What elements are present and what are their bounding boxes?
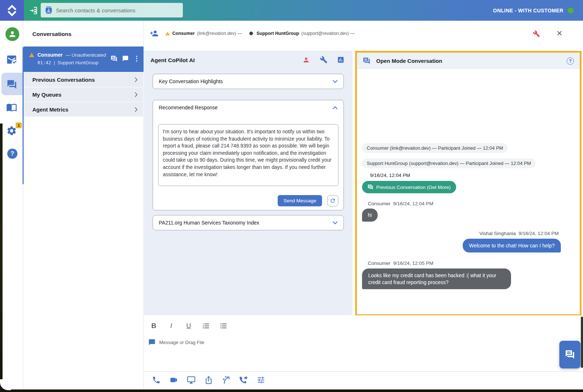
chat-help-icon[interactable]: ? xyxy=(567,57,574,65)
top-bar: Search contacts & conversations ONLINE -… xyxy=(0,0,583,21)
chat-title: Open Mode Conversation xyxy=(376,58,442,64)
chevron-down-icon[interactable] xyxy=(333,221,338,225)
chevron-up-icon[interactable] xyxy=(333,106,338,109)
previous-conversation-label: Previous Conversation (Get More) xyxy=(376,185,451,190)
response-label: Recommended Response xyxy=(159,105,218,110)
chat-bubble-icon[interactable] xyxy=(122,55,129,62)
participant-name[interactable]: Consumer xyxy=(172,31,195,36)
troubleshoot-wrench-icon[interactable] xyxy=(533,30,540,37)
search-input[interactable]: Search contacts & conversations xyxy=(41,3,183,17)
conversation-history-icon xyxy=(367,184,373,190)
inbox-check-icon[interactable] xyxy=(6,54,17,65)
copilot-title: Agent CoPilot AI xyxy=(150,57,195,64)
section-previous-conversations[interactable]: Previous Conversations xyxy=(24,72,144,87)
agent-status[interactable]: ONLINE - WITH CUSTOMER xyxy=(493,0,574,21)
open-chat-fab[interactable] xyxy=(559,341,580,368)
section-agent-metrics[interactable]: Agent Metrics xyxy=(24,102,144,117)
response-textarea[interactable]: I'm sorry to hear about your situation. … xyxy=(158,124,338,186)
participants-line: Consumer (link@revation.dev) — Support H… xyxy=(165,31,355,36)
copilot-panel: Agent CoPilot AI Key Conversation Highli… xyxy=(144,51,353,315)
message-placeholder: Message or Drag File xyxy=(159,340,204,345)
numbered-list-icon[interactable] xyxy=(202,322,210,330)
settings-notification-badge: 1 xyxy=(16,122,22,128)
call-transfer-icon[interactable] xyxy=(239,376,248,384)
system-event: Consumer (link@revation.dev) — Participa… xyxy=(362,143,508,153)
more-options-icon[interactable]: ⋮ xyxy=(133,54,140,62)
desktop-edge xyxy=(581,317,583,368)
search-placeholder: Search contacts & conversations xyxy=(56,7,135,13)
metrics-chart-icon[interactable] xyxy=(337,56,345,64)
knowledge-book-icon[interactable] xyxy=(6,102,17,113)
section-label: Agent Metrics xyxy=(32,106,68,113)
previous-conversation-button[interactable]: Previous Conversation (Get More) xyxy=(362,181,456,193)
chevron-right-icon xyxy=(134,77,138,82)
message-input[interactable]: Message or Drag File xyxy=(148,339,204,346)
window-corner xyxy=(0,379,11,390)
profile-avatar[interactable] xyxy=(5,27,19,41)
chat-message-outgoing: Welcome to the chat! How can I help? xyxy=(463,239,561,252)
share-upload-icon[interactable] xyxy=(204,376,213,384)
open-mode-chat-icon[interactable] xyxy=(110,55,117,62)
message-time: 9/16/24, 12:04 PM xyxy=(519,231,559,236)
recommended-response-accordion: Recommended Response I'm sorry to hear a… xyxy=(153,100,344,210)
message-meta: Vishal Singhania 9/16/24, 12:04 PM xyxy=(479,231,559,236)
phone-call-icon[interactable] xyxy=(152,376,161,384)
conversation-timer: 01:42 xyxy=(37,60,51,65)
remove-person-icon[interactable] xyxy=(303,56,310,64)
conversations-panel: Conversations Consumer — Unauthenticated… xyxy=(24,21,144,389)
refresh-response-button[interactable] xyxy=(327,195,338,206)
app-window: Search contacts & conversations ONLINE -… xyxy=(0,0,583,389)
message-meta: Consumer 9/16/24, 12:04 PM xyxy=(368,201,433,206)
conversations-icon[interactable] xyxy=(6,79,17,90)
message-author: Vishal Singhania xyxy=(479,231,516,236)
conversation-mode-icon xyxy=(363,57,370,65)
warning-icon xyxy=(165,31,170,36)
format-toolbar: B I U xyxy=(150,322,228,330)
bold-button[interactable]: B xyxy=(150,322,158,330)
conversation-item-active[interactable]: Consumer — Unauthenticated 01:42 | Suppo… xyxy=(24,47,144,72)
conversation-state: — Unauthenticated xyxy=(65,52,106,58)
section-label: My Queues xyxy=(32,92,61,98)
highlights-accordion[interactable]: Key Conversation Highlights xyxy=(153,74,344,89)
screen-share-icon[interactable] xyxy=(187,376,196,384)
chat-bubble-icon xyxy=(148,339,156,346)
rail-scroll-indicator[interactable] xyxy=(23,47,24,184)
conversations-title: Conversations xyxy=(32,31,72,37)
message-time: 9/16/24, 12:04 PM xyxy=(393,201,433,206)
message-author: Consumer xyxy=(368,260,390,266)
participant-name[interactable]: Support HuntGroup xyxy=(257,31,299,36)
send-message-button[interactable]: Send Message xyxy=(278,195,322,206)
warning-icon xyxy=(29,52,35,57)
help-icon[interactable]: ? xyxy=(7,149,17,159)
section-my-queues[interactable]: My Queues xyxy=(24,87,144,102)
nav-rail: 1 ? xyxy=(0,21,23,389)
date-header: 9/16/24, 12:04 PM xyxy=(370,173,410,178)
message-meta: Consumer 9/16/24, 12:05 PM xyxy=(368,260,433,266)
participant-detail: (link@revation.dev) — xyxy=(197,31,242,36)
audio-settings-icon[interactable] xyxy=(257,376,265,384)
chat-message-incoming: hi xyxy=(362,209,378,222)
chevron-right-icon xyxy=(134,107,138,112)
app-logo[interactable] xyxy=(0,0,24,21)
chevron-right-icon xyxy=(134,92,138,97)
message-time: 9/16/24, 12:05 PM xyxy=(393,260,433,266)
divider xyxy=(144,371,583,372)
italic-button[interactable]: I xyxy=(167,322,175,330)
import-contact-icon[interactable] xyxy=(28,5,39,16)
underline-button[interactable]: U xyxy=(185,322,193,330)
add-participant-icon[interactable] xyxy=(150,30,158,37)
tools-wrench-icon[interactable] xyxy=(320,56,327,64)
taxonomy-accordion[interactable]: PA211.org Human Services Taxonomy Index xyxy=(153,215,344,230)
ai-transfer-icon[interactable] xyxy=(222,376,230,384)
diamond-logo-icon xyxy=(6,4,18,17)
status-text: ONLINE - WITH CUSTOMER xyxy=(493,8,563,13)
conversation-name: Consumer xyxy=(37,52,63,58)
chat-header: Open Mode Conversation ? xyxy=(357,53,580,69)
close-icon[interactable]: ✕ xyxy=(556,29,563,37)
video-call-icon[interactable] xyxy=(169,376,178,384)
screen: Search contacts & conversations ONLINE -… xyxy=(0,0,583,392)
chat-message-incoming: Looks like my credit card has been hacke… xyxy=(362,268,511,289)
bulleted-list-icon[interactable] xyxy=(220,322,228,330)
chevron-down-icon[interactable] xyxy=(333,80,338,83)
status-online-dot xyxy=(568,8,574,13)
